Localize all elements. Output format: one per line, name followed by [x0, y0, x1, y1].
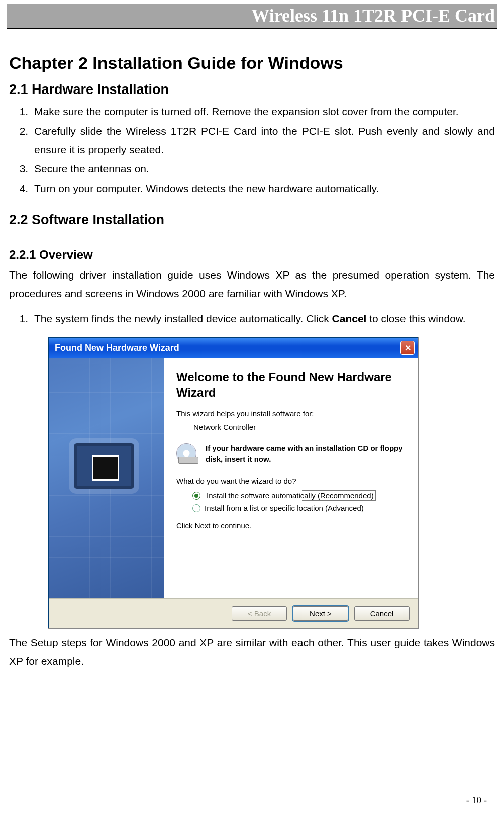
chapter-title: Chapter 2 Installation Guide for Windows	[9, 53, 495, 73]
list-item: The system finds the newly installed dev…	[31, 310, 495, 328]
wizard-cd-text: If your hardware came with an installati…	[206, 443, 408, 464]
wizard-heading: Welcome to the Found New Hardware Wizard	[176, 369, 408, 400]
overview-paragraph: The following driver installation guide …	[9, 266, 495, 303]
radio-label: Install from a list or specific location…	[205, 504, 364, 512]
hardware-steps-list: Make sure the computer is turned off. Re…	[9, 103, 495, 198]
radio-option-list[interactable]: Install from a list or specific location…	[192, 504, 408, 512]
step-text-pre: The system finds the newly installed dev…	[34, 313, 332, 324]
list-item: Make sure the computer is turned off. Re…	[31, 103, 495, 121]
page-number: - 10 -	[466, 795, 487, 806]
software-steps-list: The system finds the newly installed dev…	[9, 310, 495, 328]
section-2-1-heading: 2.1 Hardware Installation	[9, 82, 495, 98]
wizard-help-text: This wizard helps you install software f…	[176, 409, 408, 418]
radio-icon	[192, 504, 200, 512]
cancel-button[interactable]: Cancel	[354, 606, 410, 621]
wizard-radio-group: Install the software automatically (Reco…	[192, 490, 408, 512]
list-item: Carefully slide the Wireless 1T2R PCI-E …	[31, 122, 495, 159]
step-text-post: to close this window.	[366, 313, 465, 324]
doc-header: Wireless 11n 1T2R PCI-E Card	[7, 4, 497, 29]
cd-drive-icon	[176, 443, 198, 466]
wizard-device-name: Network Controller	[193, 423, 408, 431]
radio-icon	[192, 492, 200, 500]
wizard-continue-text: Click Next to continue.	[176, 521, 408, 530]
wizard-footer: < Back Next > Cancel	[49, 598, 418, 628]
back-button[interactable]: < Back	[232, 606, 287, 621]
wizard-content: Welcome to the Found New Hardware Wizard…	[164, 358, 418, 598]
section-2-2-heading: 2.2 Software Installation	[9, 212, 495, 228]
radio-label: Install the software automatically (Reco…	[205, 490, 376, 501]
step-text-bold: Cancel	[332, 313, 367, 324]
section-2-2-1-heading: 2.2.1 Overview	[9, 248, 495, 262]
wizard-titlebar[interactable]: Found New Hardware Wizard ✕	[49, 338, 418, 358]
after-wizard-paragraph: The Setup steps for Windows 2000 and XP …	[9, 633, 495, 671]
list-item: Secure the antennas on.	[31, 160, 495, 178]
wizard-window: Found New Hardware Wizard ✕ Welcome to t…	[48, 337, 418, 628]
wizard-question: What do you want the wizard to do?	[176, 477, 408, 485]
hardware-chip-icon	[74, 443, 134, 489]
list-item: Turn on your computer. Windows detects t…	[31, 179, 495, 198]
next-button[interactable]: Next >	[293, 606, 348, 621]
wizard-screenshot: Found New Hardware Wizard ✕ Welcome to t…	[48, 337, 495, 628]
radio-option-auto[interactable]: Install the software automatically (Reco…	[192, 490, 408, 501]
close-icon[interactable]: ✕	[400, 341, 415, 355]
wizard-sidebar-graphic	[49, 358, 164, 598]
wizard-titlebar-text: Found New Hardware Wizard	[55, 343, 179, 353]
